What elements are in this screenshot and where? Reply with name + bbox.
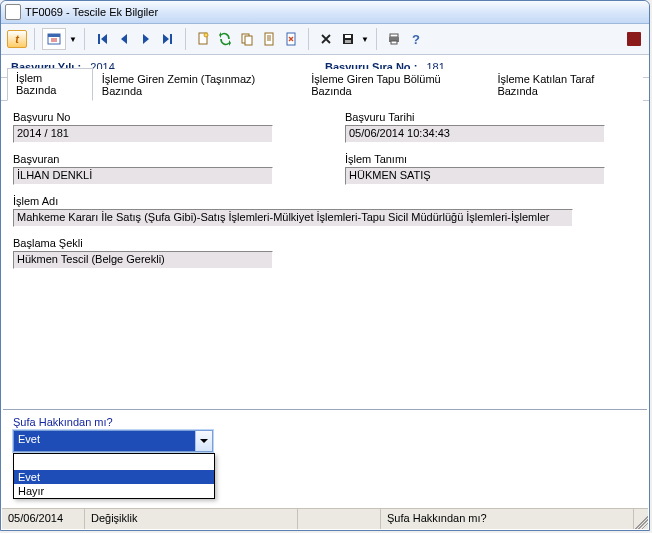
combo-option-evet[interactable]: Evet: [14, 470, 214, 484]
islem-adi-label: İşlem Adı: [13, 195, 637, 207]
svg-rect-12: [345, 40, 351, 43]
combo-arrow-icon[interactable]: [195, 431, 212, 451]
resize-grip[interactable]: [634, 509, 648, 529]
baslama-sekli-field: Hükmen Tescil (Belge Gerekli): [13, 251, 273, 269]
copy-doc-button[interactable]: [237, 28, 257, 50]
tab-islem-bazinda[interactable]: İşlem Bazında: [7, 68, 93, 101]
separator: [34, 28, 35, 50]
status-bar: 05/06/2014 Değişiklik Şufa Hakkından mı?: [2, 508, 648, 529]
save-dropdown-arrow-icon[interactable]: ▼: [361, 35, 369, 44]
combo-option-hayir[interactable]: Hayır: [14, 484, 214, 498]
close-panel-button[interactable]: [627, 32, 641, 46]
combo-option-blank[interactable]: [14, 454, 214, 470]
islem-tanimi-field: HÜKMEN SATIŞ: [345, 167, 605, 185]
svg-rect-8: [265, 33, 273, 45]
app-window: TF0069 - Tescile Ek Bilgiler t ▼: [0, 0, 650, 531]
app-icon: [5, 4, 21, 20]
combo-selected-text: Evet: [14, 431, 195, 451]
help-button[interactable]: ?: [406, 28, 426, 50]
svg-rect-13: [390, 34, 398, 37]
tab-zemin-bazinda[interactable]: İşleme Giren Zemin (Taşınmaz) Bazında: [93, 69, 302, 101]
nav-next-button[interactable]: [136, 28, 156, 50]
title-bar[interactable]: TF0069 - Tescile Ek Bilgiler: [1, 1, 649, 24]
svg-point-5: [204, 33, 208, 37]
separator: [376, 28, 377, 50]
brand-logo-icon: t: [7, 30, 27, 48]
status-mode: Değişiklik: [85, 509, 298, 529]
basvuru-tarihi-label: Başvuru Tarihi: [345, 111, 637, 123]
tab-strip: İşlem Bazında İşleme Giren Zemin (Taşınm…: [1, 78, 649, 101]
tab-tapu-bolumu-bazinda[interactable]: İşleme Giren Tapu Bölümü Bazında: [302, 69, 488, 101]
window-title: TF0069 - Tescile Ek Bilgiler: [25, 6, 158, 18]
form-area: Başvuru No 2014 / 181 Başvuru Tarihi 05/…: [1, 101, 649, 275]
doc-button[interactable]: [259, 28, 279, 50]
separator: [308, 28, 309, 50]
svg-rect-7: [245, 36, 252, 45]
separator: [84, 28, 85, 50]
islem-tanimi-label: İşlem Tanımı: [345, 153, 637, 165]
basvuran-field: İLHAN DENKLİ: [13, 167, 273, 185]
new-doc-button[interactable]: [193, 28, 213, 50]
svg-rect-1: [48, 34, 60, 37]
separator: [185, 28, 186, 50]
sufa-combo[interactable]: Evet Evet Hayır: [13, 430, 213, 452]
basvuru-tarihi-field: 05/06/2014 10:34:43: [345, 125, 605, 143]
calendar-icon[interactable]: [42, 28, 66, 50]
combo-dropdown-list: Evet Hayır: [13, 453, 215, 499]
status-pane-empty1: [298, 509, 381, 529]
baslama-sekli-label: Başlama Şekli: [13, 237, 637, 249]
tab-taraf-bazinda[interactable]: İşleme Katılan Taraf Bazında: [488, 69, 643, 101]
toolbar: t ▼: [1, 24, 649, 55]
question-panel: Şufa Hakkından mı? Evet Evet Hayır: [3, 409, 647, 508]
nav-last-button[interactable]: [158, 28, 178, 50]
svg-text:?: ?: [412, 32, 420, 46]
refresh-button[interactable]: [215, 28, 235, 50]
status-date: 05/06/2014: [2, 509, 85, 529]
svg-rect-11: [345, 35, 351, 38]
save-button[interactable]: [338, 28, 358, 50]
question-label: Şufa Hakkından mı?: [13, 416, 637, 428]
tool-button[interactable]: [281, 28, 301, 50]
basvuru-no-label: Başvuru No: [13, 111, 305, 123]
delete-button[interactable]: [316, 28, 336, 50]
nav-first-button[interactable]: [92, 28, 112, 50]
basvuru-no-field: 2014 / 181: [13, 125, 273, 143]
status-hint: Şufa Hakkından mı?: [381, 509, 634, 529]
islem-adi-field: Mahkeme Kararı İle Satış (Şufa Gibi)-Sat…: [13, 209, 573, 227]
svg-rect-15: [391, 41, 397, 44]
basvuran-label: Başvuran: [13, 153, 305, 165]
print-button[interactable]: [384, 28, 404, 50]
calendar-dropdown-arrow-icon[interactable]: ▼: [69, 35, 77, 44]
nav-prev-button[interactable]: [114, 28, 134, 50]
